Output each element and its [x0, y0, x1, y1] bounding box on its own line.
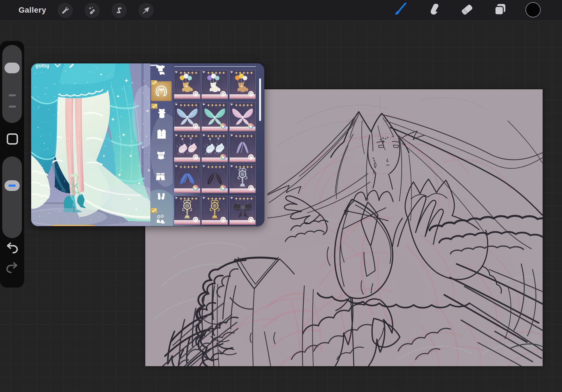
svg-text:gültig: gültig	[35, 63, 49, 69]
